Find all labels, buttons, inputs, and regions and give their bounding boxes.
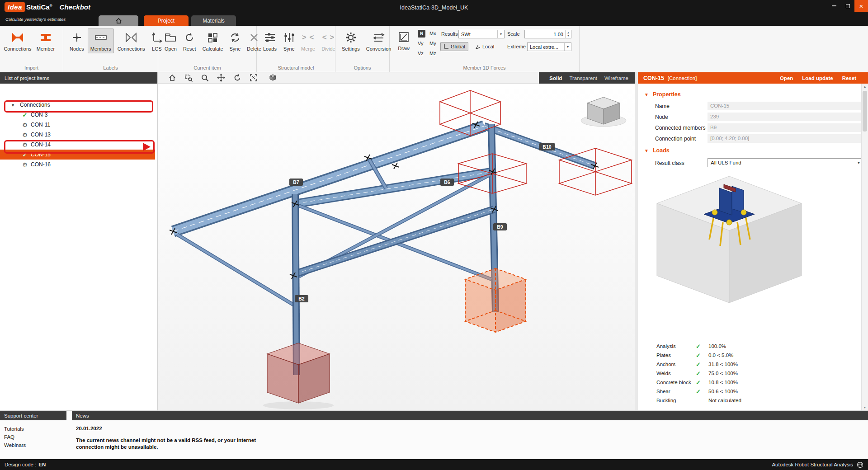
node-value: 239 — [708, 113, 861, 121]
merge-button[interactable]: > < Merge — [298, 28, 318, 53]
tree-item-con-11[interactable]: ⚙ CON-11 — [0, 120, 157, 130]
collapse-triangle-icon: ▼ — [644, 148, 649, 153]
visual-style-button[interactable] — [264, 72, 281, 83]
check-status-icon: ✓ — [21, 151, 29, 158]
tree-item-con-16[interactable]: ⚙ CON-16 — [0, 160, 157, 169]
settings-button[interactable]: Settings — [339, 28, 363, 53]
detail-scrollbar[interactable]: ▲ ▼ — [861, 84, 868, 410]
scroll-thumb[interactable] — [863, 91, 867, 132]
results-label: Results — [441, 31, 458, 37]
tab-home[interactable] — [99, 15, 138, 26]
divide-label: Divide — [321, 46, 335, 52]
member-label-b2: B2 — [295, 295, 308, 302]
result-class-value: All ULS Fund — [708, 160, 855, 165]
detail-open-button[interactable]: Open — [780, 75, 793, 81]
reset-button[interactable]: Reset — [180, 28, 199, 53]
import-connections-label: Connections — [4, 46, 31, 52]
detail-load-update-button[interactable]: Load update — [802, 75, 833, 81]
calculate-button[interactable]: Calculate — [200, 28, 226, 53]
force-toggle-mz[interactable]: Mz — [429, 51, 436, 56]
mode-wireframe[interactable]: Wireframe — [604, 75, 628, 81]
model-sync-button[interactable]: Sync — [280, 28, 297, 53]
close-button[interactable]: × — [854, 0, 868, 12]
view-home-button[interactable] — [164, 72, 180, 83]
minimize-button[interactable] — [827, 0, 841, 12]
design-code-value: EN — [38, 462, 46, 467]
support-center-header: Support center — [0, 411, 66, 420]
labels-nodes-label: Nodes — [70, 46, 84, 52]
concrete-block-selected[interactable] — [465, 268, 526, 332]
link-faq[interactable]: FAQ — [4, 433, 26, 441]
force-toggle-mx[interactable]: Mx — [429, 31, 436, 36]
link-webinars[interactable]: Webinars — [4, 441, 26, 449]
calculate-label: Calculate — [203, 46, 223, 52]
globe-icon — [857, 461, 863, 468]
group-name-structural-model: Structural model — [257, 65, 335, 70]
open-button[interactable]: Open — [162, 28, 179, 53]
loads-icon — [264, 31, 276, 44]
connection-point-label: Connection point — [655, 136, 696, 142]
zoom-fit-icon — [250, 74, 258, 82]
scroll-up-icon[interactable]: ▲ — [862, 85, 868, 88]
connection-preview[interactable] — [651, 171, 807, 334]
tab-project[interactable]: Project — [144, 15, 189, 26]
force-toggle-n[interactable]: N — [418, 30, 425, 38]
zoom-button[interactable] — [197, 72, 213, 83]
member-label-b6: B6 — [440, 179, 454, 186]
tree-item-con-13[interactable]: ⚙ CON-13 — [0, 130, 157, 140]
tree-item-con-14[interactable]: ⚙ CON-14 — [0, 140, 157, 150]
draw-button[interactable]: Draw — [392, 28, 415, 53]
draw-icon — [398, 30, 410, 44]
open-label: Open — [165, 46, 177, 52]
labels-connections-button[interactable]: Connections — [115, 28, 148, 53]
labels-nodes-button[interactable]: Nodes — [67, 28, 87, 53]
sync-icon — [230, 31, 241, 44]
svg-text:B7: B7 — [293, 179, 299, 185]
magnifier-icon — [201, 74, 209, 82]
tab-materials[interactable]: Materials — [191, 15, 236, 26]
pan-button[interactable] — [213, 72, 229, 83]
mode-transparent[interactable]: Transparent — [569, 75, 597, 81]
tree-node-connections[interactable]: ▾ Connections — [0, 100, 157, 110]
force-toggle-my[interactable]: My — [429, 41, 436, 46]
result-row-buckling: Buckling Not calculated — [638, 398, 868, 407]
maximize-button[interactable] — [841, 0, 854, 12]
results-dropdown[interactable]: SWt ▼ — [458, 30, 505, 38]
local-button[interactable]: Local — [472, 42, 497, 51]
labels-members-button[interactable]: Members — [88, 28, 114, 53]
zoom-fit-button[interactable] — [245, 72, 262, 83]
extreme-dropdown-arrow-icon: ▼ — [564, 43, 571, 51]
tree-item-label: CON-15 — [31, 151, 51, 158]
global-axes-icon — [443, 44, 449, 49]
global-button[interactable]: Global — [440, 42, 468, 51]
panel-splitter[interactable] — [635, 72, 638, 410]
extreme-dropdown[interactable]: Local extre... ▼ — [527, 42, 571, 51]
3d-viewport[interactable]: B7 B6 B10 B9 B2 — [158, 84, 635, 410]
tree-item-con-3[interactable]: ✓ CON-3 — [0, 110, 157, 120]
zoom-window-button[interactable] — [180, 72, 197, 83]
view-home-icon — [168, 74, 176, 82]
import-connections-button[interactable]: Connections — [4, 28, 32, 53]
result-row-analysis: Analysis ✓ 100.0% — [638, 343, 868, 352]
force-toggle-vz[interactable]: Vz — [418, 51, 424, 56]
properties-section-header[interactable]: ▼ Properties — [644, 91, 681, 98]
rotate-button[interactable] — [229, 72, 245, 83]
mode-solid[interactable]: Solid — [549, 75, 562, 81]
scale-input[interactable]: 1.00 ▲▼ — [524, 30, 571, 38]
result-class-dropdown[interactable]: All ULS Fund ▼ — [708, 158, 863, 167]
ribbon-group-member-forces: Draw N Vy Vz Mx My Mz Results SWt ▼ Glob… — [390, 26, 580, 72]
force-toggle-vy[interactable]: Vy — [418, 41, 423, 46]
tree-item-con-15-selected[interactable]: ✓ CON-15 — [0, 150, 155, 160]
tree-expander-icon[interactable]: ▾ — [12, 103, 18, 108]
scroll-down-icon[interactable]: ▼ — [862, 406, 868, 409]
loads-section-header[interactable]: ▼ Loads — [644, 147, 670, 154]
sync-button[interactable]: Sync — [227, 28, 243, 53]
link-tutorials[interactable]: Tutorials — [4, 425, 26, 433]
detail-reset-button[interactable]: Reset — [842, 75, 856, 81]
loads-button[interactable]: Loads — [260, 28, 279, 53]
import-member-button[interactable]: Member — [33, 28, 59, 53]
members-icon — [94, 31, 107, 44]
scale-spinner-icons[interactable]: ▲▼ — [565, 30, 571, 38]
group-name-labels: Labels — [63, 65, 158, 70]
result-label: Concrete block — [656, 380, 691, 385]
